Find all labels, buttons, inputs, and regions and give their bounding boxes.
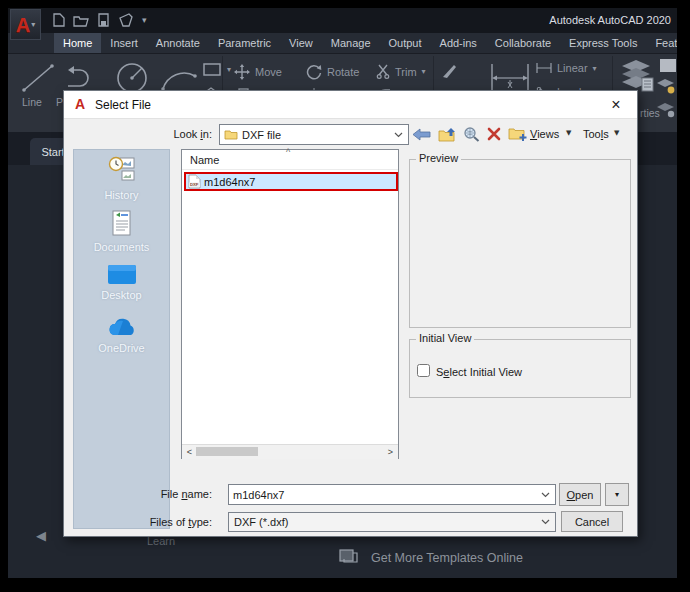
tab-insert[interactable]: Insert (101, 33, 147, 53)
onedrive-cloud-icon (105, 316, 139, 338)
tab-view[interactable]: View (280, 33, 322, 53)
preview-label: Preview (416, 152, 461, 164)
close-icon[interactable]: × (601, 91, 631, 118)
files-of-type-dropdown[interactable]: DXF (*.dxf) (228, 512, 556, 532)
dialog-title-bar: A Select File (64, 91, 637, 119)
tab-parametric[interactable]: Parametric (209, 33, 280, 53)
tab-collaborate[interactable]: Collaborate (486, 33, 560, 53)
rotate-tool-button[interactable]: Rotate (306, 64, 359, 80)
cancel-button[interactable]: Cancel (561, 511, 623, 532)
search-icon (463, 126, 480, 142)
trim-label: Trim (395, 66, 417, 78)
back-button[interactable] (409, 124, 433, 144)
tools-menu[interactable]: Tools (583, 128, 609, 140)
folder-up-icon (438, 127, 457, 142)
place-label: Documents (94, 241, 150, 253)
preview-pane (409, 159, 631, 328)
delete-button[interactable] (483, 124, 505, 144)
new-folder-button[interactable] (506, 124, 530, 144)
chevron-down-icon: ▾ (593, 64, 597, 73)
new-file-icon[interactable] (52, 13, 65, 27)
place-documents[interactable]: Documents (74, 210, 169, 253)
place-label: Desktop (101, 289, 141, 301)
select-initial-view-checkbox[interactable] (417, 364, 430, 377)
file-list: Name ^ DXF m1d64nx7 < > (181, 149, 399, 459)
place-label: History (104, 189, 138, 201)
line-tool-label: Line (22, 96, 42, 108)
select-initial-view-label: Select Initial View (436, 366, 522, 378)
back-arrow-icon (412, 128, 431, 141)
layer-color-swatch[interactable] (660, 59, 676, 72)
scroll-right-icon[interactable]: > (384, 445, 397, 458)
tab-output[interactable]: Output (380, 33, 431, 53)
file-name-combobox[interactable] (228, 484, 556, 505)
files-of-type-label: Files of type: (102, 516, 212, 528)
search-web-button[interactable] (460, 124, 482, 144)
sort-ascending-icon: ^ (286, 147, 290, 157)
window-title: Autodesk AutoCAD 2020 (549, 14, 671, 26)
horizontal-scrollbar[interactable]: < > (182, 444, 398, 459)
dxf-file-icon: DXF (188, 174, 201, 189)
app-menu-button[interactable]: A ▾ (10, 9, 41, 40)
scroll-left-arrow-icon[interactable]: ◀ (36, 528, 46, 543)
chevron-down-icon: ▾ (227, 65, 231, 74)
rectangle-tool-button[interactable]: ▾ (202, 62, 231, 77)
scissors-icon (376, 64, 390, 79)
chevron-down-icon (541, 519, 555, 525)
views-dropdown-icon[interactable]: ▼ (566, 129, 571, 137)
tab-annotate[interactable]: Annotate (147, 33, 209, 53)
linear-icon (536, 63, 552, 73)
trim-tool-button[interactable]: Trim ▾ (376, 64, 426, 79)
place-history[interactable]: History (74, 155, 169, 201)
linear-label: Linear (557, 62, 588, 74)
history-icon (107, 155, 137, 185)
place-onedrive[interactable]: OneDrive (74, 316, 169, 354)
views-menu[interactable]: Views (530, 128, 559, 140)
place-desktop[interactable]: Desktop (74, 264, 169, 301)
rectangle-icon (202, 62, 222, 77)
customize-qat-chevron-icon[interactable]: ▾ (142, 15, 147, 25)
files-of-type-value: DXF (*.dxf) (234, 516, 288, 528)
move-icon (234, 64, 250, 80)
desktop-icon (107, 264, 137, 285)
templates-icon (338, 548, 360, 567)
tab-add-ins[interactable]: Add-ins (431, 33, 486, 53)
open-folder-icon[interactable] (73, 14, 89, 27)
plot-icon[interactable] (118, 13, 134, 27)
dialog-title: Select File (95, 98, 151, 112)
erase-tool-icon[interactable] (440, 62, 458, 84)
properties-label-fragment: rties (640, 107, 660, 119)
get-more-templates-link[interactable]: Get More Templates Online (338, 548, 523, 567)
open-split-dropdown-button[interactable]: ▾ (605, 483, 629, 506)
line-tool-icon[interactable] (20, 62, 56, 98)
tab-home[interactable]: Home (54, 33, 101, 53)
get-more-templates-label: Get More Templates Online (371, 551, 523, 565)
tab-manage[interactable]: Manage (322, 33, 380, 53)
scroll-left-icon[interactable]: < (183, 445, 196, 458)
documents-icon (111, 210, 133, 237)
file-name-input[interactable] (233, 487, 533, 502)
move-tool-button[interactable]: Move (234, 64, 282, 80)
chevron-down-icon (394, 132, 408, 138)
look-in-value: DXF file (242, 129, 281, 141)
look-in-dropdown[interactable]: DXF file (219, 124, 409, 145)
linear-dimension-button[interactable]: Linear ▾ (536, 62, 597, 74)
layer-state-icon[interactable] (656, 78, 676, 99)
tab-featured-apps[interactable]: Featured Apps (646, 33, 677, 53)
open-button[interactable]: Open (559, 483, 601, 506)
chevron-down-icon: ▾ (422, 67, 426, 76)
tab-express-tools[interactable]: Express Tools (560, 33, 646, 53)
tools-dropdown-icon[interactable]: ▼ (614, 129, 619, 137)
autocad-window: A ▾ ▾ Autodesk AutoCAD 2020 Home Insert … (8, 8, 677, 578)
look-in-label: Look in: (102, 128, 212, 140)
chevron-down-icon (541, 492, 555, 498)
save-icon[interactable] (97, 13, 110, 27)
move-label: Move (255, 66, 282, 78)
scrollbar-thumb[interactable] (196, 447, 258, 456)
rotate-icon (306, 64, 322, 80)
up-one-level-button[interactable] (435, 124, 459, 144)
rotate-label: Rotate (327, 66, 359, 78)
autocad-logo-icon: A (16, 15, 30, 35)
file-row-selected[interactable]: DXF m1d64nx7 (184, 172, 398, 191)
place-label: OneDrive (98, 342, 144, 354)
